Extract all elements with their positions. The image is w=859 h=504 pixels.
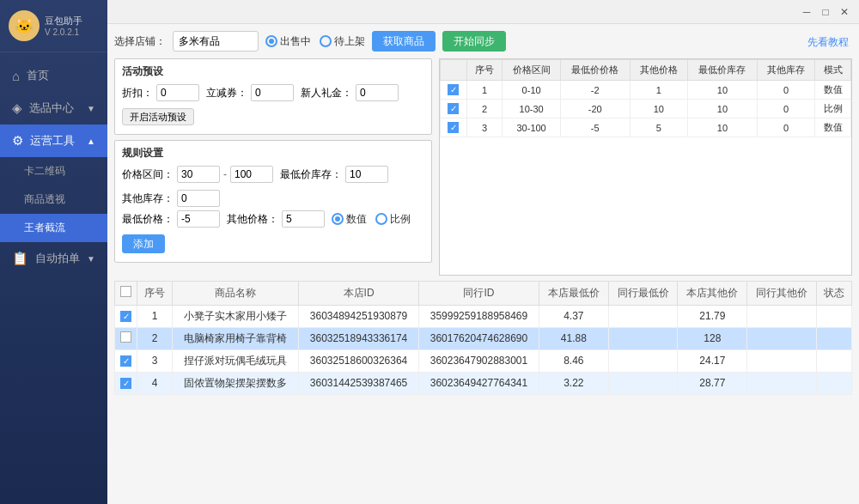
sidebar-item-auto[interactable]: 📋 自动拍单 ▼ <box>0 242 107 275</box>
app-name: 豆包助手 <box>45 15 82 27</box>
pt-row2-check[interactable] <box>448 103 459 114</box>
sidebar-item-flow[interactable]: 王者截流 <box>0 214 107 242</box>
other-price-field: 其他价格： <box>227 210 325 228</box>
row4-checkbox[interactable] <box>120 378 131 389</box>
discount-input[interactable] <box>156 84 199 101</box>
shop-input[interactable] <box>173 31 259 52</box>
goods-table-row: 3 捏仔派对玩偶毛绒玩具 36032518600326364 360236479… <box>115 349 852 372</box>
shop-select-label: 选择店铺： <box>114 34 166 49</box>
sidebar-item-goods[interactable]: 商品透视 <box>0 185 107 214</box>
radio-pending[interactable]: 待上架 <box>320 34 365 49</box>
status-radio-group: 出售中 待上架 <box>265 34 365 49</box>
select-all-checkbox[interactable] <box>120 286 131 297</box>
radio-on-sale-label: 出售中 <box>280 34 311 49</box>
pt-row1-id: 1 <box>466 81 503 100</box>
sidebar-item-operate-label: 运营工具 <box>30 133 75 149</box>
gt-col-id: 序号 <box>137 281 173 305</box>
min-stock-input[interactable] <box>345 166 388 183</box>
radio-ratio-dot <box>375 213 387 225</box>
chevron-up-icon: ▲ <box>87 137 95 146</box>
pt-row3-check[interactable] <box>448 122 459 133</box>
pt-row2-range: 10-30 <box>503 100 561 118</box>
row1-shop-other: 21.79 <box>678 305 747 327</box>
rule-section: 规则设置 价格区间： - 最低价库存： 其他库 <box>114 140 432 263</box>
pt-row2-id: 2 <box>466 100 503 118</box>
gift-field: 新人礼金： <box>301 84 399 101</box>
radio-on-sale-dot <box>265 35 277 47</box>
min-stock-label: 最低价库存： <box>280 167 342 182</box>
sidebar-item-home-label: 首页 <box>27 68 49 83</box>
row2-shop-id: 36032518943336174 <box>299 327 419 349</box>
row3-shop-other: 24.17 <box>678 349 747 372</box>
close-button[interactable]: ✕ <box>837 4 852 20</box>
pt-row2-mode: 比例 <box>815 100 851 118</box>
pt-row3-min-stock: 10 <box>688 118 758 137</box>
coupon-input[interactable] <box>251 84 294 101</box>
price-range-label: 价格区间： <box>122 167 174 182</box>
tutorial-link[interactable]: 先看教程 <box>807 35 849 50</box>
gift-input[interactable] <box>356 84 399 101</box>
sidebar-item-card-label: 卡二维码 <box>24 164 65 179</box>
other-stock-label: 其他库存： <box>122 191 174 206</box>
price-max-input[interactable] <box>230 166 273 183</box>
price-min-input[interactable] <box>177 166 220 183</box>
sidebar-nav: ⌂ 首页 ◈ 选品中心 ▼ ⚙ 运营工具 ▲ 卡二维码 商品透视 王者截流 📋 … <box>0 52 107 504</box>
maximize-button[interactable]: □ <box>818 4 833 20</box>
goods-table-body: 1 小凳子实木家用小矮子 36034894251930879 359992591… <box>115 305 852 394</box>
gt-col-status: 状态 <box>817 281 852 305</box>
pt-col-min-stock: 最低价库存 <box>688 60 758 81</box>
pt-row2-min-stock: 10 <box>688 100 758 118</box>
sidebar-item-operate[interactable]: ⚙ 运营工具 ▲ <box>0 124 107 157</box>
pt-col-min-price: 最低价价格 <box>560 60 630 81</box>
other-stock-input[interactable] <box>177 190 220 207</box>
left-panel: 活动预设 折扣： 立减券： 新人礼金： <box>114 58 432 276</box>
start-sync-button[interactable]: 开始同步 <box>442 31 506 52</box>
row2-peer-id: 36017620474628690 <box>419 327 539 349</box>
pt-row3-min-price: -5 <box>560 118 630 137</box>
other-price-input[interactable] <box>282 210 325 228</box>
goods-table-row[interactable]: 2 电脑椅家用椅子靠背椅 36032518943336174 360176204… <box>115 327 852 349</box>
title-bar: ─ □ ✕ <box>107 0 859 24</box>
sidebar-item-select-label: 选品中心 <box>29 100 74 116</box>
gt-col-peer-other: 同行其他价 <box>747 281 817 305</box>
radio-on-sale[interactable]: 出售中 <box>265 34 311 49</box>
pt-row1-other-price: 1 <box>630 81 688 100</box>
gift-label: 新人礼金： <box>301 86 352 100</box>
sidebar-item-home[interactable]: ⌂ 首页 <box>0 59 107 92</box>
row2-checkbox[interactable] <box>120 331 131 343</box>
goods-table-area: 序号 商品名称 本店ID 同行ID 本店最低价 同行最低价 本店其他价 同行其他… <box>114 281 852 498</box>
sidebar: 🐱 豆包助手 V 2.0.2.1 ⌂ 首页 ◈ 选品中心 ▼ ⚙ 运营工具 ▲ … <box>0 0 107 504</box>
row2-id: 2 <box>137 327 173 349</box>
goods-table-row: 1 小凳子实木家用小矮子 36034894251930879 359992591… <box>115 305 852 327</box>
radio-pending-label: 待上架 <box>334 34 365 49</box>
activity-form-row: 折扣： 立减券： 新人礼金： 开启活动预设 <box>122 84 424 125</box>
sidebar-item-flow-label: 王者截流 <box>24 221 65 235</box>
open-activity-button[interactable]: 开启活动预设 <box>122 108 194 125</box>
min-price-input[interactable] <box>177 210 220 228</box>
sidebar-item-select[interactable]: ◈ 选品中心 ▼ <box>0 92 107 124</box>
price-table-row: 1 0-10 -2 1 10 0 数值 <box>441 81 851 100</box>
price-table-header: 序号 价格区间 最低价价格 其他价格 最低价库存 其他库存 模式 <box>441 60 851 81</box>
row2-shop-low: 41.88 <box>539 327 608 349</box>
row2-status <box>817 327 852 349</box>
price-table-body: 1 0-10 -2 1 10 0 数值 2 10-30 -20 <box>441 81 851 137</box>
right-panel: 序号 价格区间 最低价价格 其他价格 最低价库存 其他库存 模式 1 <box>439 58 852 276</box>
radio-value[interactable]: 数值 <box>332 212 367 227</box>
pt-row1-check[interactable] <box>448 84 459 95</box>
row4-peer-id: 36023649427764341 <box>419 372 539 394</box>
row4-shop-other: 28.77 <box>678 372 747 394</box>
pt-col-check <box>441 60 467 81</box>
pt-row3-other-stock: 0 <box>757 118 815 137</box>
add-rule-button[interactable]: 添加 <box>122 234 165 253</box>
pt-col-mode: 模式 <box>815 60 851 81</box>
gt-col-shop-id: 本店ID <box>299 281 419 305</box>
minimize-button[interactable]: ─ <box>799 4 814 20</box>
get-goods-button[interactable]: 获取商品 <box>372 31 436 52</box>
row3-checkbox[interactable] <box>120 355 131 367</box>
row3-shop-id: 36032518600326364 <box>299 349 419 372</box>
radio-ratio[interactable]: 比例 <box>375 212 411 227</box>
pt-row2-min-price: -20 <box>560 100 630 118</box>
sidebar-item-card[interactable]: 卡二维码 <box>0 157 107 185</box>
row1-name: 小凳子实木家用小矮子 <box>172 305 298 327</box>
row1-checkbox[interactable] <box>120 311 131 322</box>
